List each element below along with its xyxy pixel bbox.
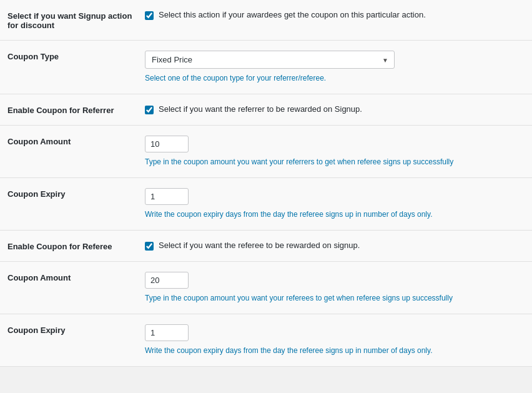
settings-row-enable-coupon-referee: Enable Coupon for RefereeSelect if you w… bbox=[0, 231, 532, 262]
label-coupon-expiry-referee: Coupon Expiry bbox=[7, 324, 145, 335]
input-coupon-expiry-referrer[interactable] bbox=[145, 188, 189, 205]
label-coupon-type: Coupon Type bbox=[7, 51, 145, 61]
checkbox-signup-action[interactable] bbox=[145, 11, 154, 20]
description-coupon-type: Select one of the coupon type for your r… bbox=[145, 72, 525, 84]
settings-table: Select if you want Signup action for dis… bbox=[0, 0, 532, 367]
description-coupon-amount-referee: Type in the coupon amount you want your … bbox=[145, 292, 525, 304]
checkbox-label-enable-coupon-referrer: Select if you want the referrer to be re… bbox=[159, 104, 362, 114]
control-coupon-amount-referee: Type in the coupon amount you want your … bbox=[145, 272, 525, 304]
checkbox-enable-coupon-referee[interactable] bbox=[145, 242, 154, 251]
control-coupon-amount-referrer: Type in the coupon amount you want your … bbox=[145, 136, 525, 167]
input-coupon-amount-referrer[interactable] bbox=[145, 136, 189, 152]
control-coupon-type: Fixed PricePercentageSelect one of the c… bbox=[145, 51, 525, 84]
control-enable-coupon-referee: Select if you want the referee to be rew… bbox=[145, 241, 525, 251]
label-enable-coupon-referee: Enable Coupon for Referee bbox=[7, 241, 145, 251]
control-signup-action: Select this action if your awardees get … bbox=[145, 10, 525, 20]
control-coupon-expiry-referee: Write the coupon expiry days from the da… bbox=[145, 324, 525, 356]
description-coupon-expiry-referrer: Write the coupon expiry days from the da… bbox=[145, 209, 525, 220]
settings-row-coupon-amount-referrer: Coupon AmountType in the coupon amount y… bbox=[0, 126, 532, 178]
input-coupon-amount-referee[interactable] bbox=[145, 272, 189, 289]
settings-row-signup-action: Select if you want Signup action for dis… bbox=[0, 0, 532, 41]
select-wrapper-coupon-type: Fixed PricePercentage bbox=[145, 51, 395, 69]
select-coupon-type[interactable]: Fixed PricePercentage bbox=[145, 51, 395, 69]
checkbox-label-signup-action: Select this action if your awardees get … bbox=[159, 10, 426, 19]
label-coupon-expiry-referrer: Coupon Expiry bbox=[7, 188, 145, 199]
description-coupon-expiry-referee: Write the coupon expiry days from the da… bbox=[145, 345, 525, 356]
checkbox-row-enable-coupon-referee: Select if you want the referee to be rew… bbox=[145, 241, 525, 251]
settings-row-coupon-amount-referee: Coupon AmountType in the coupon amount y… bbox=[0, 262, 532, 314]
label-coupon-amount-referrer: Coupon Amount bbox=[7, 136, 145, 146]
settings-row-coupon-type: Coupon TypeFixed PricePercentageSelect o… bbox=[0, 41, 532, 94]
control-coupon-expiry-referrer: Write the coupon expiry days from the da… bbox=[145, 188, 525, 220]
description-coupon-amount-referrer: Type in the coupon amount you want your … bbox=[145, 156, 525, 167]
checkbox-row-signup-action: Select this action if your awardees get … bbox=[145, 10, 525, 20]
control-enable-coupon-referrer: Select if you want the referrer to be re… bbox=[145, 104, 525, 114]
settings-row-enable-coupon-referrer: Enable Coupon for ReferrerSelect if you … bbox=[0, 94, 532, 126]
settings-row-coupon-expiry-referrer: Coupon ExpiryWrite the coupon expiry day… bbox=[0, 178, 532, 231]
checkbox-row-enable-coupon-referrer: Select if you want the referrer to be re… bbox=[145, 104, 525, 114]
checkbox-label-enable-coupon-referee: Select if you want the referee to be rew… bbox=[159, 241, 360, 250]
label-coupon-amount-referee: Coupon Amount bbox=[7, 272, 145, 282]
settings-row-coupon-expiry-referee: Coupon ExpiryWrite the coupon expiry day… bbox=[0, 314, 532, 367]
label-signup-action: Select if you want Signup action for dis… bbox=[7, 10, 145, 30]
label-enable-coupon-referrer: Enable Coupon for Referrer bbox=[7, 104, 145, 115]
input-coupon-expiry-referee[interactable] bbox=[145, 324, 189, 341]
checkbox-enable-coupon-referrer[interactable] bbox=[145, 106, 154, 114]
